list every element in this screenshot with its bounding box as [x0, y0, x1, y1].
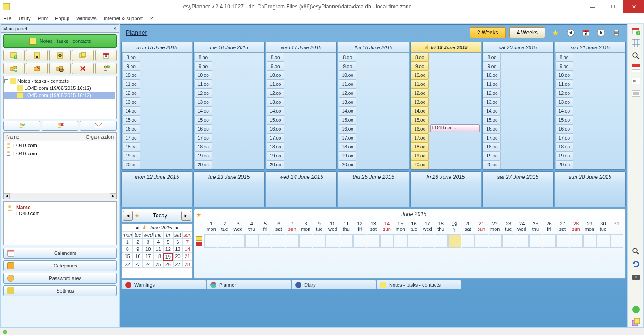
mini-cal-day[interactable]: 19: [163, 253, 173, 261]
hour-cell[interactable]: 18.oo: [483, 142, 501, 151]
tab-notes[interactable]: Notes - tasks - contacts: [376, 280, 461, 289]
block-folder-button[interactable]: [49, 63, 71, 74]
hour-cell[interactable]: 20.oo: [267, 160, 284, 169]
edit-folder-button[interactable]: [26, 63, 47, 74]
timeline-day[interactable]: 5fri: [258, 221, 272, 233]
hour-cell[interactable]: 12.oo: [555, 89, 573, 98]
timeline-bar[interactable]: [462, 234, 475, 248]
mini-cal-day[interactable]: 1: [122, 238, 133, 246]
hour-cell[interactable]: 11.oo: [122, 80, 140, 89]
menu-utility[interactable]: Utility: [19, 16, 31, 21]
timeline-bar[interactable]: [543, 234, 556, 248]
timeline-bar[interactable]: [435, 234, 448, 248]
mini-cal-day[interactable]: 13: [173, 246, 183, 253]
zoom-icon[interactable]: [631, 246, 641, 256]
password-section-button[interactable]: Password area: [3, 273, 117, 284]
timeline-bar[interactable]: [204, 234, 217, 248]
hour-cell[interactable]: 14.oo: [339, 106, 356, 115]
tab-warnings[interactable]: Warnings: [121, 280, 206, 289]
hour-cell[interactable]: 15.oo: [411, 115, 429, 124]
hour-cell[interactable]: 14.oo: [267, 106, 284, 115]
delete-button[interactable]: [72, 63, 93, 74]
calendar-popup-button[interactable]: 9: [95, 50, 117, 61]
timeline-bar[interactable]: [394, 234, 407, 248]
add-person-button[interactable]: +: [95, 63, 117, 74]
timeline-day[interactable]: 23tue: [502, 221, 515, 233]
hour-cell[interactable]: 15.oo: [194, 115, 212, 124]
hour-cell[interactable]: 16.oo: [555, 124, 573, 133]
timeline-bar[interactable]: [502, 234, 515, 248]
hour-cell[interactable]: 16.oo: [411, 124, 429, 133]
mini-cal-day[interactable]: 23: [133, 261, 143, 268]
today-button[interactable]: 9: [581, 28, 591, 38]
timeline-bar[interactable]: [529, 234, 542, 248]
hour-cell[interactable]: 18.oo: [194, 142, 212, 151]
day-column[interactable]: wed 24 June 2015: [266, 171, 337, 207]
timeline-bar[interactable]: [380, 234, 393, 248]
day-header[interactable]: mon 15 June 2015: [122, 42, 192, 53]
hour-cell[interactable]: 8.oo: [122, 53, 140, 62]
timeline-bar[interactable]: [367, 234, 380, 248]
hour-cell[interactable]: 14.oo: [122, 106, 140, 115]
mini-cal-day[interactable]: 11: [153, 246, 163, 253]
hour-cell[interactable]: 9.oo: [555, 62, 573, 71]
hour-cell[interactable]: 20.oo: [555, 160, 573, 169]
note-stack-icon[interactable]: [631, 317, 641, 327]
tree-collapse-icon[interactable]: −: [4, 79, 8, 83]
hour-cell[interactable]: 19.oo: [483, 151, 501, 160]
day-column[interactable]: mon 22 June 2015: [121, 171, 192, 207]
mini-cal-day[interactable]: 28: [182, 261, 192, 268]
hour-cell[interactable]: 19.oo: [555, 151, 573, 160]
timeline-bar[interactable]: [610, 234, 623, 248]
hour-cell[interactable]: 13.oo: [194, 98, 212, 106]
contact-row[interactable]: LO4D.com: [4, 141, 116, 149]
timeline-day[interactable]: 13sat: [367, 221, 380, 233]
hour-cell[interactable]: 11.oo: [194, 80, 212, 89]
timeline-day[interactable]: 1mon: [204, 221, 218, 233]
hour-cell[interactable]: 17.oo: [555, 133, 573, 142]
contacts-col-org[interactable]: Organization: [83, 133, 116, 141]
hour-cell[interactable]: 16.oo: [194, 124, 212, 133]
hour-cell[interactable]: 16.oo: [267, 124, 284, 133]
hour-cell[interactable]: 16.oo: [122, 124, 140, 133]
view-4-weeks-button[interactable]: 4 Weeks: [509, 27, 545, 38]
timeline-day[interactable]: 31: [610, 221, 623, 233]
nav-today-button[interactable]: Today: [141, 212, 179, 219]
mini-cal-day[interactable]: 22: [122, 261, 133, 268]
hour-cell[interactable]: 10.oo: [339, 71, 356, 80]
timeline-day[interactable]: 6sat: [272, 221, 285, 233]
mini-cal-day[interactable]: 21: [182, 253, 192, 261]
mini-cal-day[interactable]: 4: [153, 238, 163, 246]
refresh-icon[interactable]: [631, 259, 641, 269]
timeline-bar[interactable]: [421, 234, 434, 248]
day-header[interactable]: mon 22 June 2015: [122, 172, 192, 182]
tab-planner[interactable]: Planner: [206, 280, 291, 289]
hour-cell[interactable]: 12.oo: [339, 89, 356, 98]
duplicate-note-button[interactable]: [72, 50, 93, 61]
hour-cell[interactable]: 8.oo: [267, 53, 284, 62]
hour-cell[interactable]: 11.oo: [411, 80, 429, 89]
timeline-bar[interactable]: [258, 234, 271, 248]
timeline-day[interactable]: 28sun: [569, 221, 583, 233]
timeline-day[interactable]: 10wed: [326, 221, 339, 233]
timeline-bar[interactable]: [353, 234, 366, 248]
timeline-day[interactable]: 27sat: [556, 221, 569, 233]
hour-cell[interactable]: 8.oo: [555, 53, 573, 62]
hour-cell[interactable]: 17.oo: [194, 133, 212, 142]
hour-cell[interactable]: 8.oo: [339, 53, 356, 62]
hour-cell[interactable]: 15.oo: [555, 115, 573, 124]
hour-cell[interactable]: 17.oo: [267, 133, 284, 142]
timeline-day[interactable]: 8mon: [299, 221, 313, 233]
hour-cell[interactable]: 20.oo: [483, 160, 501, 169]
scroll-left-icon[interactable]: ◄: [4, 193, 10, 199]
mini-cal-day[interactable]: 20: [173, 253, 183, 261]
timeline-day[interactable]: 2tue: [218, 221, 231, 233]
menu-file[interactable]: File: [4, 16, 12, 21]
mini-cal-day[interactable]: 8: [122, 246, 133, 253]
event-chip[interactable]: LO4D.com ...: [430, 124, 480, 132]
hour-cell[interactable]: 19.oo: [411, 151, 429, 160]
add-calendar-icon[interactable]: +: [631, 26, 641, 36]
tree-item[interactable]: LO4D.com (19/06/2015 16:12): [4, 92, 115, 99]
save-note-button[interactable]: [26, 50, 47, 61]
day-column[interactable]: sat 20 June 2015 8.oo9.oo10.oo11.oo12.oo…: [482, 42, 553, 170]
